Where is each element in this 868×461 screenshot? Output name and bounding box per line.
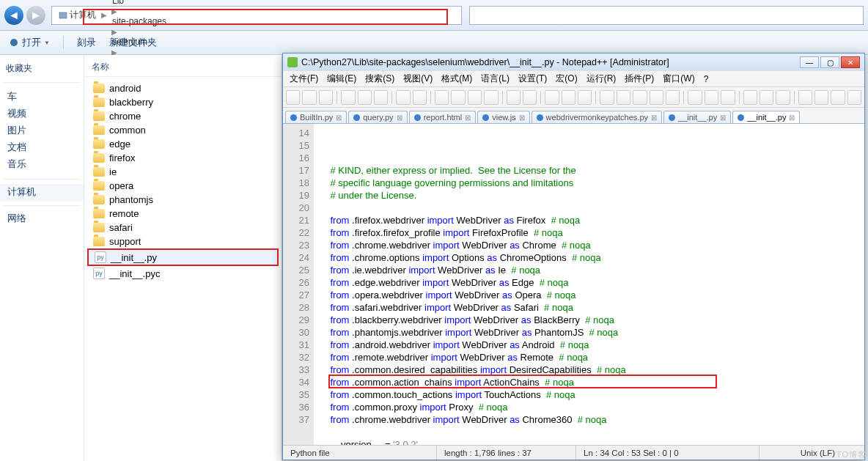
column-header-name[interactable]: 名称 xyxy=(84,58,282,77)
toolbar-button[interactable] xyxy=(814,90,828,105)
code-line[interactable]: from .chrome.options import Options as C… xyxy=(320,251,864,264)
folder-item[interactable]: edge xyxy=(87,137,279,151)
toolbar-button[interactable] xyxy=(847,90,861,105)
toolbar-button[interactable] xyxy=(650,90,663,105)
code-line[interactable]: from .common.proxy import Proxy # noqa xyxy=(320,401,864,413)
sidebar-item[interactable]: 文档 xyxy=(0,139,84,156)
code-line[interactable] xyxy=(320,426,864,438)
folder-item[interactable]: blackberry xyxy=(87,95,279,109)
code-line[interactable]: from .common.touch_actions import TouchA… xyxy=(320,388,864,401)
menu-item[interactable]: 文件(F) xyxy=(286,72,322,86)
editor-tab[interactable]: report.html⊠ xyxy=(409,111,477,123)
toolbar-button[interactable] xyxy=(358,90,372,105)
toolbar-button[interactable] xyxy=(451,90,465,105)
toolbar-button[interactable] xyxy=(705,90,718,105)
menu-item[interactable]: 编辑(E) xyxy=(323,72,360,86)
tab-close-icon[interactable]: ⊠ xyxy=(519,114,525,122)
menu-item[interactable]: 语言(L) xyxy=(477,72,513,86)
sidebar-item-network[interactable]: 网络 xyxy=(0,210,84,227)
code-line[interactable]: from .safari.webdriver import WebDriver … xyxy=(320,301,864,314)
code-line[interactable]: from .android.webdriver import WebDriver… xyxy=(320,339,864,351)
toolbar-button[interactable] xyxy=(688,90,702,105)
toolbar-button[interactable] xyxy=(523,90,537,105)
code-line[interactable]: from .chrome.webdriver import WebDriver … xyxy=(320,413,864,426)
tab-close-icon[interactable]: ⊠ xyxy=(336,114,342,122)
close-button[interactable]: ✕ xyxy=(841,56,860,68)
tab-close-icon[interactable]: ⊠ xyxy=(397,114,402,122)
code-line[interactable]: __version__ = '3.0.2' xyxy=(320,438,864,445)
folder-item[interactable]: chrome xyxy=(87,109,279,123)
new-folder-button[interactable]: 新建文件夹 xyxy=(109,37,157,49)
toolbar-button[interactable] xyxy=(374,90,388,105)
toolbar-button[interactable] xyxy=(721,90,735,105)
code-line[interactable]: from .common.desired_capabilities import… xyxy=(320,364,864,376)
toolbar-button[interactable] xyxy=(562,90,575,105)
folder-item[interactable]: common xyxy=(87,123,279,137)
menu-item[interactable]: 窗口(W) xyxy=(659,72,698,86)
tab-close-icon[interactable]: ⊠ xyxy=(651,114,657,122)
code-line[interactable]: from .remote.webdriver import WebDriver … xyxy=(320,351,864,364)
toolbar-button[interactable] xyxy=(302,90,316,105)
breadcrumb-box[interactable]: 计算机 ▶ 本地磁盘 (C:)▶Python27▶Lib▶site-packag… xyxy=(51,6,462,25)
code-line[interactable]: from .opera.webdriver import WebDriver a… xyxy=(320,289,864,301)
menu-item[interactable]: 搜索(S) xyxy=(361,72,398,86)
folder-item[interactable]: support xyxy=(87,235,279,248)
code-line[interactable]: # under the License. xyxy=(320,189,864,202)
folder-item[interactable]: firefox xyxy=(87,151,279,165)
sidebar-item-computer[interactable]: 计算机 xyxy=(0,184,84,201)
window-titlebar[interactable]: C:\Python27\Lib\site-packages\selenium\w… xyxy=(283,54,864,71)
sidebar-favorites-header[interactable]: 收藏夹 xyxy=(0,59,84,78)
code-line[interactable] xyxy=(320,202,864,214)
folder-item[interactable]: android xyxy=(87,81,279,95)
code-line[interactable]: from .ie.webdriver import WebDriver as I… xyxy=(320,264,864,276)
menu-item[interactable]: 宏(O) xyxy=(552,72,581,86)
menu-item[interactable]: ? xyxy=(700,73,713,85)
editor-tab[interactable]: webdrivermonkeypatches.py⊠ xyxy=(532,111,662,123)
code-line[interactable]: from .chrome.webdriver import WebDriver … xyxy=(320,239,864,251)
maximize-button[interactable]: ▢ xyxy=(820,56,839,68)
folder-item[interactable]: remote xyxy=(87,207,279,221)
editor-tab[interactable]: view.js⊠ xyxy=(477,111,529,123)
tab-close-icon[interactable]: ⊠ xyxy=(720,114,726,122)
sidebar-item[interactable]: 视频 xyxy=(0,106,84,122)
toolbar-button[interactable] xyxy=(286,90,300,105)
toolbar-button[interactable] xyxy=(760,90,773,105)
code-line[interactable]: from .common.action_chains import Action… xyxy=(320,376,864,388)
code-line[interactable]: # KIND, either express or implied. See t… xyxy=(320,164,864,177)
toolbar-button[interactable] xyxy=(468,90,482,105)
toolbar-button[interactable] xyxy=(617,90,630,105)
toolbar-button[interactable] xyxy=(743,90,757,105)
editor-tab[interactable]: __init__.py⊠ xyxy=(732,111,800,123)
toolbar-button[interactable] xyxy=(435,90,449,105)
toolbar-button[interactable] xyxy=(600,90,614,105)
editor-tab[interactable]: query.py⊠ xyxy=(348,111,407,123)
nav-back-button[interactable]: ◄ xyxy=(4,6,23,25)
editor-tab[interactable]: __init__.py⊠ xyxy=(663,111,731,123)
toolbar-button[interactable] xyxy=(341,90,355,105)
code-line[interactable]: from .edge.webdriver import WebDriver as… xyxy=(320,276,864,289)
menu-item[interactable]: 视图(V) xyxy=(400,72,436,86)
code-area[interactable]: # KIND, either express or implied. See t… xyxy=(314,124,864,445)
file-item[interactable]: py__init__.py xyxy=(87,248,279,266)
nav-forward-button[interactable]: ► xyxy=(26,6,45,25)
explorer-search-input[interactable] xyxy=(469,6,864,25)
breadcrumb-root[interactable]: 计算机 xyxy=(55,9,99,21)
folder-item[interactable]: safari xyxy=(87,221,279,235)
breadcrumb-segment[interactable]: site-packages xyxy=(109,16,169,26)
code-editor[interactable]: 1415161718192021222324252627282930313233… xyxy=(283,124,864,445)
toolbar-button[interactable] xyxy=(396,90,410,105)
code-line[interactable]: # specific language governing permission… xyxy=(320,177,864,189)
toolbar-button[interactable] xyxy=(319,90,333,105)
burn-button[interactable]: 刻录 xyxy=(77,37,96,49)
open-button[interactable]: 打开 ▼ xyxy=(9,37,50,49)
menu-item[interactable]: 格式(M) xyxy=(438,72,476,86)
toolbar-button[interactable] xyxy=(666,90,680,105)
folder-item[interactable]: ie xyxy=(87,165,279,179)
menu-item[interactable]: 插件(P) xyxy=(621,72,658,86)
toolbar-button[interactable] xyxy=(413,90,427,105)
toolbar-button[interactable] xyxy=(545,90,559,105)
toolbar-button[interactable] xyxy=(633,90,647,105)
toolbar-button[interactable] xyxy=(484,90,498,105)
code-line[interactable]: from .firefox.webdriver import WebDriver… xyxy=(320,214,864,226)
minimize-button[interactable]: — xyxy=(800,56,819,68)
